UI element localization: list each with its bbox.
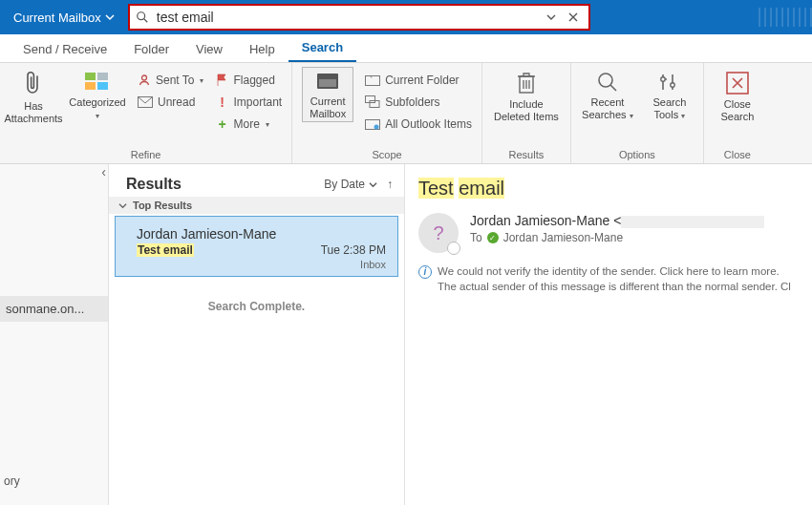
to-label: To — [470, 231, 482, 244]
group-label-results: Results — [492, 147, 561, 163]
unread-label: Unread — [158, 95, 195, 109]
folder-pane[interactable]: ‹ sonmane.on... ory — [0, 164, 109, 505]
svg-point-14 — [374, 125, 379, 130]
ribbon: Has Attachments Categorized▾ Sent To▾ Un… — [0, 63, 812, 164]
recent-searches-button[interactable]: Recent Searches ▾ — [581, 67, 634, 120]
top-results-label: Top Results — [133, 200, 192, 211]
sender-warning[interactable]: i We could not verify the identity of th… — [418, 264, 812, 294]
ribbon-group-close: Close Search Close — [704, 63, 771, 163]
tab-search[interactable]: Search — [288, 34, 356, 62]
message-subject: Test email — [418, 178, 812, 200]
folder-icon — [365, 74, 380, 86]
svg-point-0 — [138, 12, 145, 20]
clear-search-button[interactable] — [567, 11, 588, 23]
chevron-down-icon: ▾ — [266, 120, 269, 129]
close-icon — [725, 71, 750, 95]
tab-help[interactable]: Help — [236, 36, 288, 62]
svg-line-1 — [144, 19, 148, 23]
trash-icon — [516, 71, 537, 95]
more-button[interactable]: + More▾ — [215, 115, 282, 134]
svg-point-18 — [661, 77, 665, 81]
app-grip-icon — [759, 8, 812, 27]
svg-rect-3 — [97, 73, 108, 80]
ribbon-group-refine: Has Attachments Categorized▾ Sent To▾ Un… — [0, 63, 292, 163]
chevron-down-icon — [105, 12, 115, 22]
group-label-refine: Refine — [10, 147, 282, 163]
search-scope-label: Current Mailbox — [13, 11, 101, 25]
close-search-button[interactable]: Close Search — [714, 67, 761, 122]
svg-rect-2 — [85, 73, 96, 80]
all-items-icon — [365, 118, 380, 130]
all-outlook-items-button[interactable]: All Outlook Items — [365, 115, 472, 134]
person-icon — [138, 74, 151, 87]
chevron-down-icon: ▾ — [681, 112, 685, 120]
important-button[interactable]: ! Important — [215, 93, 282, 112]
categorized-button[interactable]: Categorized▾ — [69, 67, 126, 120]
search-input[interactable] — [155, 9, 546, 26]
subject-highlight: Test — [418, 178, 454, 199]
ribbon-group-options: Recent Searches ▾ Search Tools ▾ Options — [571, 63, 704, 163]
search-complete-text: Search Complete. — [109, 300, 404, 313]
redacted-address — [621, 216, 764, 228]
include-deleted-button[interactable]: Include Deleted Items — [492, 67, 561, 122]
ribbon-tabs: Send / Receive Folder View Help Search — [0, 34, 812, 63]
svg-line-17 — [610, 85, 616, 91]
important-label: Important — [233, 95, 282, 109]
chevron-down-icon: ▾ — [96, 112, 99, 120]
subfolders-icon — [365, 95, 380, 109]
chevron-down-icon: ▾ — [630, 112, 633, 120]
unread-button[interactable]: Unread — [138, 93, 203, 112]
collapse-pane-icon[interactable]: ‹ — [101, 164, 106, 179]
warning-line-1: We could not verify the identity of the … — [438, 264, 791, 280]
verified-icon: ✓ — [487, 232, 499, 243]
has-attachments-label: Has Attachments — [4, 100, 62, 124]
result-item[interactable]: Jordan Jamieson-Mane Test email Tue 2:38… — [115, 216, 398, 277]
svg-point-16 — [599, 74, 612, 87]
subfolders-button[interactable]: Subfolders — [365, 93, 472, 112]
results-list: Results By Date ↑ Top Results Jordan Jam… — [109, 164, 405, 505]
more-label: More — [233, 117, 259, 131]
subfolders-label: Subfolders — [385, 95, 439, 109]
result-folder: Inbox — [137, 259, 386, 270]
search-box[interactable] — [128, 4, 590, 31]
all-outlook-label: All Outlook Items — [385, 117, 472, 131]
sort-dropdown[interactable]: By Date — [324, 178, 377, 191]
search-dropdown-icon[interactable] — [546, 12, 567, 22]
envelope-icon — [138, 96, 153, 108]
search-tools-button[interactable]: Search Tools ▾ — [646, 67, 694, 120]
tab-folder[interactable]: Folder — [120, 36, 182, 62]
subject-highlight: email — [459, 178, 504, 199]
svg-rect-5 — [97, 82, 108, 90]
account-node[interactable]: sonmane.on... — [0, 296, 108, 322]
group-label-options: Options — [581, 147, 694, 163]
group-label-scope: Scope — [302, 147, 472, 163]
tab-view[interactable]: View — [182, 36, 236, 62]
has-attachments-button[interactable]: Has Attachments — [10, 67, 57, 124]
svg-rect-4 — [85, 82, 96, 90]
result-time: Tue 2:38 PM — [321, 243, 386, 257]
sender-avatar[interactable]: ? — [418, 213, 459, 253]
ribbon-group-results: Include Deleted Items Results — [482, 63, 571, 163]
current-folder-button[interactable]: Current Folder — [365, 71, 472, 90]
plus-icon: + — [215, 116, 228, 132]
title-bar: Current Mailbox — [0, 0, 812, 34]
categories-icon — [83, 71, 112, 94]
svg-rect-9 — [319, 79, 336, 87]
ribbon-group-scope: Current Mailbox Current Folder Subfolder… — [292, 63, 482, 163]
chevron-down-icon — [369, 180, 377, 189]
chevron-down-icon: ▾ — [200, 76, 203, 85]
recent-searches-label: Recent Searches — [582, 96, 626, 120]
search-scope-dropdown[interactable]: Current Mailbox — [6, 4, 122, 31]
sort-direction-button[interactable]: ↑ — [387, 178, 393, 191]
sender-name: Jordan Jamieson-Mane — [470, 213, 609, 228]
include-deleted-label: Include Deleted Items — [494, 98, 559, 122]
sent-to-label: Sent To — [156, 74, 194, 87]
top-results-header[interactable]: Top Results — [109, 197, 404, 214]
tab-send-receive[interactable]: Send / Receive — [10, 36, 120, 62]
reading-pane: Test email ? Jordan Jamieson-Mane < To ✓… — [405, 164, 812, 505]
sent-to-button[interactable]: Sent To▾ — [138, 71, 203, 90]
flagged-button[interactable]: Flagged — [215, 71, 282, 90]
results-heading: Results — [126, 176, 324, 193]
result-subject: Test email — [137, 243, 194, 257]
current-mailbox-button[interactable]: Current Mailbox — [302, 67, 353, 122]
